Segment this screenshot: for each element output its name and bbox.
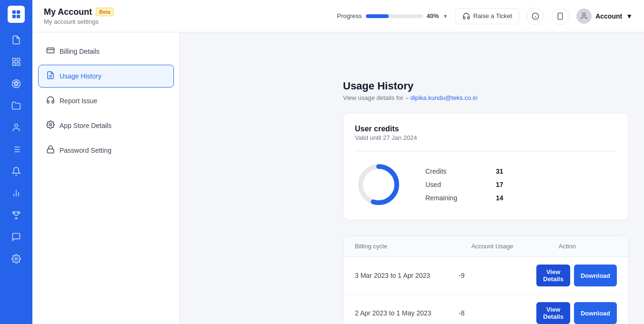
sidebar-item-usage[interactable]: Usage History: [38, 65, 174, 88]
nav-icon-document[interactable]: [7, 30, 26, 49]
credits-content: Credits 31 Used 17 Remaining 14: [355, 161, 617, 208]
sidebar-item-report[interactable]: Report Issue: [38, 89, 174, 112]
sidebar-item-password[interactable]: Password Setting: [38, 139, 174, 162]
account-button[interactable]: Account ▼: [576, 9, 633, 24]
cycle-1: 2 Apr 2023 to 1 May 2023: [355, 309, 459, 317]
nav-icon-trophy[interactable]: [7, 206, 26, 225]
nav-icon-folder[interactable]: [7, 96, 26, 115]
progress-bar-wrap: [366, 14, 423, 18]
svg-rect-3: [17, 15, 20, 18]
nav-icon-barchart[interactable]: [7, 184, 26, 203]
svg-point-34: [50, 124, 52, 126]
progress-chevron-icon[interactable]: ▼: [443, 13, 448, 19]
password-icon: [46, 145, 55, 156]
credits-value: 31: [496, 167, 503, 175]
svg-point-23: [15, 258, 18, 260]
header-title: My Account Beta: [44, 7, 337, 17]
main-content: Usage History View usage details for – d…: [328, 65, 644, 324]
report-icon: [46, 96, 55, 106]
nav-icon-palette[interactable]: [7, 74, 26, 93]
donut-chart: [355, 161, 402, 208]
nav-icon-chat[interactable]: [7, 227, 26, 246]
actions-1: View Details Download: [536, 302, 617, 324]
svg-point-29: [583, 13, 585, 16]
svg-point-11: [17, 82, 19, 84]
credits-card: User credits Valid until 27 Jan 2024: [343, 113, 629, 220]
page-subtitle: View usage details for – dipika.kundu@te…: [343, 94, 629, 101]
svg-rect-27: [558, 13, 562, 19]
usage-1: -8: [459, 309, 536, 317]
stat-row-credits: Credits 31: [425, 167, 503, 175]
nav-icon-list[interactable]: [7, 140, 26, 159]
header-right: Progress 40% ▼ Raise a Ticket Account ▼: [337, 8, 633, 25]
usage-0: -9: [459, 272, 536, 279]
nav-icon-apps[interactable]: [7, 52, 26, 71]
nav-icon-bell[interactable]: [7, 162, 26, 181]
download-button-0[interactable]: Download: [574, 265, 617, 286]
svg-rect-6: [13, 63, 16, 66]
account-label: Account: [595, 12, 622, 20]
credits-label: Credits: [425, 167, 473, 175]
sidebar-appstore-label: App Store Details: [60, 122, 111, 129]
svg-rect-4: [13, 59, 16, 61]
beta-badge: Beta: [96, 8, 114, 16]
credits-valid-date: Valid until 27 Jan 2024: [355, 134, 617, 141]
credits-card-title: User credits: [355, 125, 617, 133]
progress-label: Progress: [337, 12, 362, 20]
actions-0: View Details Download: [536, 265, 617, 286]
progress-section: Progress 40% ▼: [337, 12, 448, 20]
progress-pct: 40%: [427, 12, 439, 20]
app-logo[interactable]: [8, 6, 25, 23]
sidebar-password-label: Password Setting: [60, 147, 111, 154]
table-row: 2 Apr 2023 to 1 May 2023 -8 View Details…: [343, 295, 628, 324]
svg-rect-0: [12, 10, 16, 14]
user-email-link[interactable]: dipika.kundu@teks.co.in: [410, 94, 477, 101]
sidebar-item-billing[interactable]: Billing Details: [38, 40, 174, 63]
col-account-usage: Account Usage: [471, 243, 558, 250]
progress-bar-fill: [366, 14, 389, 18]
remaining-value: 14: [496, 194, 503, 202]
svg-rect-1: [17, 10, 20, 14]
mobile-icon-button[interactable]: [552, 8, 569, 25]
nav-icon-settings[interactable]: [7, 249, 26, 268]
header-subtitle: My account settings: [44, 18, 337, 25]
icon-bar: [0, 0, 32, 324]
raise-ticket-label: Raise a Ticket: [473, 12, 512, 20]
view-details-button-0[interactable]: View Details: [536, 265, 570, 286]
col-billing-cycle: Billing cycle: [355, 243, 471, 250]
sidebar-billing-label: Billing Details: [60, 48, 100, 55]
credits-stats: Credits 31 Used 17 Remaining 14: [425, 167, 503, 202]
svg-rect-7: [17, 63, 20, 66]
cycle-0: 3 Mar 2023 to 1 Apr 2023: [355, 272, 459, 279]
stat-row-remaining: Remaining 14: [425, 194, 503, 202]
sidebar-item-appstore[interactable]: App Store Details: [38, 114, 174, 137]
view-details-button-1[interactable]: View Details: [536, 302, 570, 324]
col-action: Action: [559, 243, 617, 250]
account-avatar: [576, 9, 592, 24]
stat-row-used: Used 17: [425, 181, 503, 188]
used-value: 17: [496, 181, 503, 188]
billing-table: Billing cycle Account Usage Action 3 Mar…: [343, 236, 629, 324]
page-title: Usage History: [343, 80, 629, 92]
usage-icon: [46, 71, 55, 81]
svg-point-9: [14, 82, 15, 84]
download-button-1[interactable]: Download: [574, 302, 617, 324]
raise-ticket-button[interactable]: Raise a Ticket: [455, 8, 519, 24]
used-label: Used: [425, 181, 473, 188]
table-row: 3 Mar 2023 to 1 Apr 2023 -9 View Details…: [343, 257, 628, 295]
svg-rect-5: [17, 59, 20, 61]
subtitle-prefix: View usage details for –: [343, 94, 409, 101]
sidebar-usage-label: Usage History: [60, 72, 101, 80]
nav-icon-person[interactable]: [7, 118, 26, 137]
remaining-label: Remaining: [425, 194, 473, 202]
info-icon-button[interactable]: [527, 8, 544, 25]
appstore-icon: [46, 120, 55, 131]
svg-point-10: [16, 81, 17, 83]
table-header: Billing cycle Account Usage Action: [343, 236, 628, 257]
svg-rect-35: [47, 149, 54, 153]
svg-point-12: [15, 124, 18, 128]
app-title-text: My Account: [44, 7, 92, 17]
sidebar: Billing Details Usage History Report Iss…: [32, 32, 180, 324]
svg-rect-2: [12, 15, 16, 18]
billing-icon: [46, 46, 55, 57]
